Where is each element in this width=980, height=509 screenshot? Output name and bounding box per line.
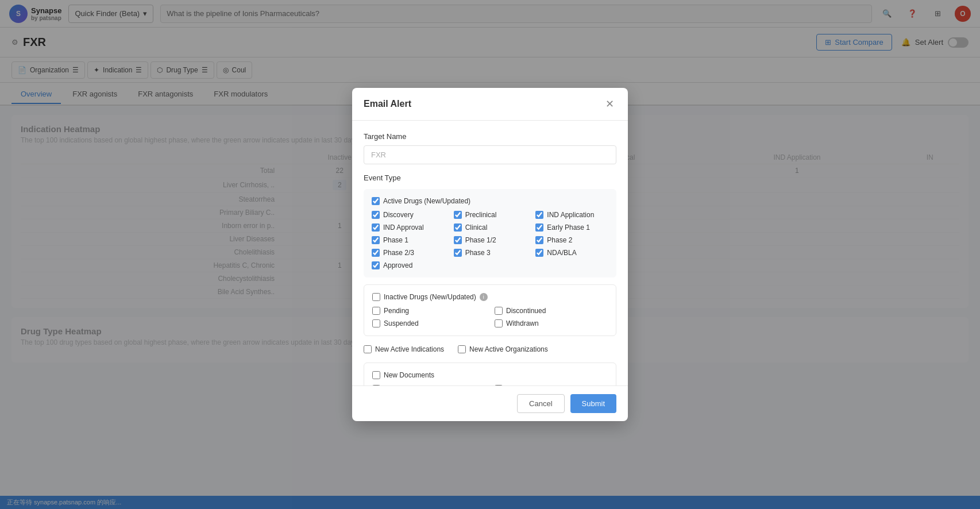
discovery-label: Discovery <box>383 211 414 219</box>
withdrawn-label: Withdrawn <box>506 319 539 327</box>
new-documents-header: New Documents <box>372 371 608 379</box>
pending-label: Pending <box>384 307 409 315</box>
modal-header: Email Alert ✕ <box>352 88 628 121</box>
inactive-drugs-grid: Pending Discontinued Suspended Withdrawn <box>372 307 608 327</box>
clinical-item[interactable]: Clinical <box>454 223 527 232</box>
suspended-label: Suspended <box>384 319 419 327</box>
inactive-drugs-label: Inactive Drugs (New/Updated) <box>384 293 476 301</box>
discovery-item[interactable]: Discovery <box>372 211 445 219</box>
phase-1-2-checkbox[interactable] <box>454 236 462 244</box>
new-documents-checkbox-item[interactable]: New Documents <box>372 371 434 379</box>
suspended-checkbox[interactable] <box>372 319 380 327</box>
nda-bla-checkbox[interactable] <box>535 249 543 257</box>
active-drugs-grid: Discovery Preclinical IND Application IN… <box>372 211 608 269</box>
withdrawn-item[interactable]: Withdrawn <box>495 319 608 327</box>
active-drugs-section: Active Drugs (New/Updated) Discovery Pre… <box>364 189 616 277</box>
inactive-drugs-header: Inactive Drugs (New/Updated) i <box>372 293 608 301</box>
submit-button[interactable]: Submit <box>570 394 616 413</box>
active-drugs-checkbox-item[interactable]: Active Drugs (New/Updated) <box>372 197 470 205</box>
phase-2-3-item[interactable]: Phase 2/3 <box>372 249 445 257</box>
clinical-label: Clinical <box>465 223 488 232</box>
pending-item[interactable]: Pending <box>372 307 485 315</box>
new-active-organizations-item[interactable]: New Active Organizations <box>458 345 548 353</box>
early-phase-1-checkbox[interactable] <box>535 223 543 232</box>
approved-item[interactable]: Approved <box>372 261 445 269</box>
ind-application-active-item[interactable]: IND Application <box>535 211 608 219</box>
phase-3-checkbox[interactable] <box>454 249 462 257</box>
discontinued-checkbox[interactable] <box>495 307 503 315</box>
modal-overlay[interactable]: Email Alert ✕ Target Name Event Type Act… <box>0 0 980 509</box>
inactive-drugs-checkbox[interactable] <box>372 293 380 301</box>
active-drugs-label: Active Drugs (New/Updated) <box>383 197 470 205</box>
active-drugs-checkbox[interactable] <box>372 197 380 205</box>
target-name-input[interactable] <box>364 145 616 164</box>
new-documents-label: New Documents <box>384 371 434 379</box>
phase-2-checkbox[interactable] <box>535 236 543 244</box>
new-active-indications-item[interactable]: New Active Indications <box>364 345 444 353</box>
phase-3-item[interactable]: Phase 3 <box>454 249 527 257</box>
phase-1-item[interactable]: Phase 1 <box>372 236 445 244</box>
phase-1-checkbox[interactable] <box>372 236 380 244</box>
modal-footer: Cancel Submit <box>352 385 628 421</box>
approved-checkbox[interactable] <box>372 261 380 269</box>
phase-2-3-checkbox[interactable] <box>372 249 380 257</box>
phase-2-item[interactable]: Phase 2 <box>535 236 608 244</box>
phase-1-2-item[interactable]: Phase 1/2 <box>454 236 527 244</box>
discontinued-item[interactable]: Discontinued <box>495 307 608 315</box>
phase-2-3-label: Phase 2/3 <box>383 249 414 257</box>
email-alert-modal: Email Alert ✕ Target Name Event Type Act… <box>352 88 628 421</box>
ind-approval-label: IND Approval <box>383 223 424 232</box>
phase-1-label: Phase 1 <box>383 236 408 244</box>
nda-bla-label: NDA/BLA <box>547 249 576 257</box>
inactive-drugs-checkbox-item[interactable]: Inactive Drugs (New/Updated) i <box>372 293 488 301</box>
inactive-drugs-section: Inactive Drugs (New/Updated) i Pending D… <box>364 284 616 336</box>
phase-2-label: Phase 2 <box>547 236 572 244</box>
new-active-organizations-label: New Active Organizations <box>469 345 548 353</box>
phase-1-2-label: Phase 1/2 <box>465 236 496 244</box>
nda-bla-item[interactable]: NDA/BLA <box>535 249 608 257</box>
preclinical-label: Preclinical <box>465 211 497 219</box>
preclinical-checkbox[interactable] <box>454 211 462 219</box>
target-name-label: Target Name <box>364 132 616 141</box>
early-phase-1-label: Early Phase 1 <box>547 223 590 232</box>
pending-checkbox[interactable] <box>372 307 380 315</box>
new-active-indications-label: New Active Indications <box>375 345 444 353</box>
discovery-checkbox[interactable] <box>372 211 380 219</box>
suspended-item[interactable]: Suspended <box>372 319 485 327</box>
event-type-label: Event Type <box>364 173 616 182</box>
discontinued-label: Discontinued <box>506 307 546 315</box>
new-active-organizations-checkbox[interactable] <box>458 345 466 353</box>
ind-approval-item[interactable]: IND Approval <box>372 223 445 232</box>
modal-title: Email Alert <box>364 99 411 109</box>
new-active-indications-checkbox[interactable] <box>364 345 372 353</box>
clinical-checkbox[interactable] <box>454 223 462 232</box>
preclinical-item[interactable]: Preclinical <box>454 211 527 219</box>
new-documents-checkbox[interactable] <box>372 371 380 379</box>
ind-application-active-checkbox[interactable] <box>535 211 543 219</box>
info-icon[interactable]: i <box>480 293 488 301</box>
new-active-section: New Active Indications New Active Organi… <box>364 343 616 356</box>
withdrawn-checkbox[interactable] <box>495 319 503 327</box>
modal-body: Target Name Event Type Active Drugs (New… <box>352 121 628 385</box>
early-phase-1-item[interactable]: Early Phase 1 <box>535 223 608 232</box>
cancel-button[interactable]: Cancel <box>517 394 564 413</box>
ind-application-active-label: IND Application <box>547 211 594 219</box>
ind-approval-checkbox[interactable] <box>372 223 380 232</box>
phase-3-label: Phase 3 <box>465 249 491 257</box>
approved-label: Approved <box>383 261 412 269</box>
new-documents-section: New Documents Clinical Trials Patents Li… <box>364 363 616 385</box>
close-icon[interactable]: ✕ <box>603 97 616 111</box>
active-drugs-header: Active Drugs (New/Updated) <box>372 197 608 205</box>
